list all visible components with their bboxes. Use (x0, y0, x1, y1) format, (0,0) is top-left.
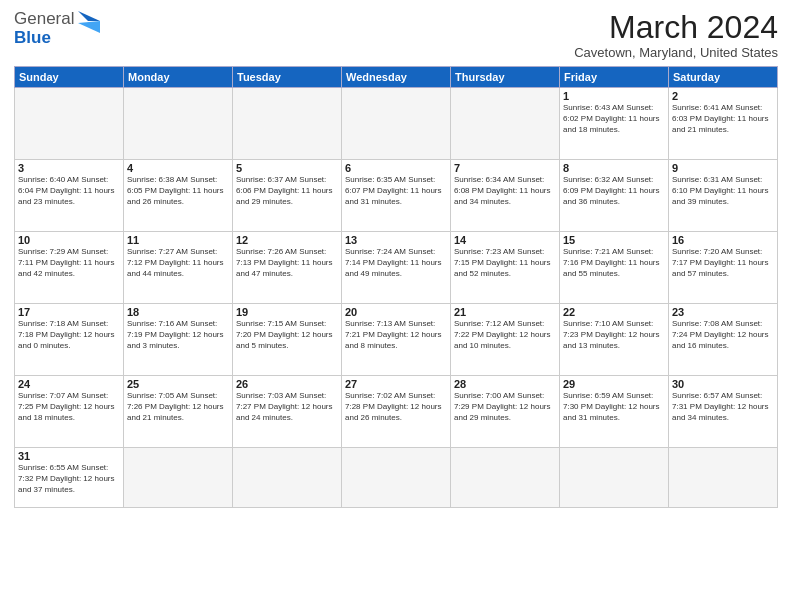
day-number: 6 (345, 162, 447, 174)
table-row: 30Sunrise: 6:57 AM Sunset: 7:31 PM Dayli… (669, 376, 778, 448)
col-thursday: Thursday (451, 67, 560, 88)
col-saturday: Saturday (669, 67, 778, 88)
table-row (124, 448, 233, 508)
day-info: Sunrise: 6:55 AM Sunset: 7:32 PM Dayligh… (18, 463, 120, 495)
table-row (342, 448, 451, 508)
page: General Blue March 2024 Cavetown, Maryla… (0, 0, 792, 612)
day-number: 28 (454, 378, 556, 390)
table-row: 28Sunrise: 7:00 AM Sunset: 7:29 PM Dayli… (451, 376, 560, 448)
day-info: Sunrise: 6:43 AM Sunset: 6:02 PM Dayligh… (563, 103, 665, 135)
day-number: 9 (672, 162, 774, 174)
day-number: 3 (18, 162, 120, 174)
day-info: Sunrise: 7:07 AM Sunset: 7:25 PM Dayligh… (18, 391, 120, 423)
day-info: Sunrise: 6:57 AM Sunset: 7:31 PM Dayligh… (672, 391, 774, 423)
table-row: 18Sunrise: 7:16 AM Sunset: 7:19 PM Dayli… (124, 304, 233, 376)
day-info: Sunrise: 6:32 AM Sunset: 6:09 PM Dayligh… (563, 175, 665, 207)
table-row (124, 88, 233, 160)
day-info: Sunrise: 6:40 AM Sunset: 6:04 PM Dayligh… (18, 175, 120, 207)
day-number: 31 (18, 450, 120, 462)
table-row (560, 448, 669, 508)
day-info: Sunrise: 6:35 AM Sunset: 6:07 PM Dayligh… (345, 175, 447, 207)
day-info: Sunrise: 7:24 AM Sunset: 7:14 PM Dayligh… (345, 247, 447, 279)
col-wednesday: Wednesday (342, 67, 451, 88)
day-number: 8 (563, 162, 665, 174)
day-info: Sunrise: 7:27 AM Sunset: 7:12 PM Dayligh… (127, 247, 229, 279)
day-number: 13 (345, 234, 447, 246)
table-row: 19Sunrise: 7:15 AM Sunset: 7:20 PM Dayli… (233, 304, 342, 376)
col-monday: Monday (124, 67, 233, 88)
table-row: 25Sunrise: 7:05 AM Sunset: 7:26 PM Dayli… (124, 376, 233, 448)
table-row: 15Sunrise: 7:21 AM Sunset: 7:16 PM Dayli… (560, 232, 669, 304)
col-sunday: Sunday (15, 67, 124, 88)
day-number: 5 (236, 162, 338, 174)
day-info: Sunrise: 6:38 AM Sunset: 6:05 PM Dayligh… (127, 175, 229, 207)
table-row: 12Sunrise: 7:26 AM Sunset: 7:13 PM Dayli… (233, 232, 342, 304)
table-row: 20Sunrise: 7:13 AM Sunset: 7:21 PM Dayli… (342, 304, 451, 376)
location-subtitle: Cavetown, Maryland, United States (574, 45, 778, 60)
logo: General Blue (14, 10, 100, 47)
table-row: 27Sunrise: 7:02 AM Sunset: 7:28 PM Dayli… (342, 376, 451, 448)
day-info: Sunrise: 7:15 AM Sunset: 7:20 PM Dayligh… (236, 319, 338, 351)
day-number: 14 (454, 234, 556, 246)
day-info: Sunrise: 7:16 AM Sunset: 7:19 PM Dayligh… (127, 319, 229, 351)
title-area: March 2024 Cavetown, Maryland, United St… (574, 10, 778, 60)
day-number: 30 (672, 378, 774, 390)
table-row (233, 448, 342, 508)
month-title: March 2024 (574, 10, 778, 45)
table-row: 11Sunrise: 7:27 AM Sunset: 7:12 PM Dayli… (124, 232, 233, 304)
table-row: 5Sunrise: 6:37 AM Sunset: 6:06 PM Daylig… (233, 160, 342, 232)
day-number: 29 (563, 378, 665, 390)
table-row (15, 88, 124, 160)
table-row (451, 88, 560, 160)
day-number: 12 (236, 234, 338, 246)
table-row: 13Sunrise: 7:24 AM Sunset: 7:14 PM Dayli… (342, 232, 451, 304)
day-info: Sunrise: 6:31 AM Sunset: 6:10 PM Dayligh… (672, 175, 774, 207)
table-row: 2Sunrise: 6:41 AM Sunset: 6:03 PM Daylig… (669, 88, 778, 160)
table-row: 8Sunrise: 6:32 AM Sunset: 6:09 PM Daylig… (560, 160, 669, 232)
table-row: 24Sunrise: 7:07 AM Sunset: 7:25 PM Dayli… (15, 376, 124, 448)
col-friday: Friday (560, 67, 669, 88)
day-info: Sunrise: 7:05 AM Sunset: 7:26 PM Dayligh… (127, 391, 229, 423)
day-number: 21 (454, 306, 556, 318)
day-number: 27 (345, 378, 447, 390)
table-row: 4Sunrise: 6:38 AM Sunset: 6:05 PM Daylig… (124, 160, 233, 232)
svg-marker-1 (78, 21, 100, 33)
table-row: 3Sunrise: 6:40 AM Sunset: 6:04 PM Daylig… (15, 160, 124, 232)
table-row: 1Sunrise: 6:43 AM Sunset: 6:02 PM Daylig… (560, 88, 669, 160)
calendar-header-row: Sunday Monday Tuesday Wednesday Thursday… (15, 67, 778, 88)
logo-area: General Blue (14, 10, 100, 47)
day-number: 19 (236, 306, 338, 318)
day-number: 2 (672, 90, 774, 102)
table-row: 21Sunrise: 7:12 AM Sunset: 7:22 PM Dayli… (451, 304, 560, 376)
day-info: Sunrise: 7:12 AM Sunset: 7:22 PM Dayligh… (454, 319, 556, 351)
svg-marker-0 (78, 11, 100, 21)
col-tuesday: Tuesday (233, 67, 342, 88)
header: General Blue March 2024 Cavetown, Maryla… (14, 10, 778, 60)
day-info: Sunrise: 7:00 AM Sunset: 7:29 PM Dayligh… (454, 391, 556, 423)
table-row: 26Sunrise: 7:03 AM Sunset: 7:27 PM Dayli… (233, 376, 342, 448)
day-info: Sunrise: 6:59 AM Sunset: 7:30 PM Dayligh… (563, 391, 665, 423)
day-info: Sunrise: 7:21 AM Sunset: 7:16 PM Dayligh… (563, 247, 665, 279)
day-info: Sunrise: 6:41 AM Sunset: 6:03 PM Dayligh… (672, 103, 774, 135)
day-number: 23 (672, 306, 774, 318)
day-number: 16 (672, 234, 774, 246)
table-row (669, 448, 778, 508)
day-info: Sunrise: 7:10 AM Sunset: 7:23 PM Dayligh… (563, 319, 665, 351)
day-info: Sunrise: 7:08 AM Sunset: 7:24 PM Dayligh… (672, 319, 774, 351)
day-number: 17 (18, 306, 120, 318)
day-number: 15 (563, 234, 665, 246)
day-number: 1 (563, 90, 665, 102)
day-number: 20 (345, 306, 447, 318)
table-row (233, 88, 342, 160)
day-number: 24 (18, 378, 120, 390)
day-number: 22 (563, 306, 665, 318)
table-row (342, 88, 451, 160)
day-info: Sunrise: 7:02 AM Sunset: 7:28 PM Dayligh… (345, 391, 447, 423)
day-number: 10 (18, 234, 120, 246)
table-row: 17Sunrise: 7:18 AM Sunset: 7:18 PM Dayli… (15, 304, 124, 376)
table-row: 16Sunrise: 7:20 AM Sunset: 7:17 PM Dayli… (669, 232, 778, 304)
day-number: 26 (236, 378, 338, 390)
day-number: 25 (127, 378, 229, 390)
day-info: Sunrise: 7:26 AM Sunset: 7:13 PM Dayligh… (236, 247, 338, 279)
table-row (451, 448, 560, 508)
